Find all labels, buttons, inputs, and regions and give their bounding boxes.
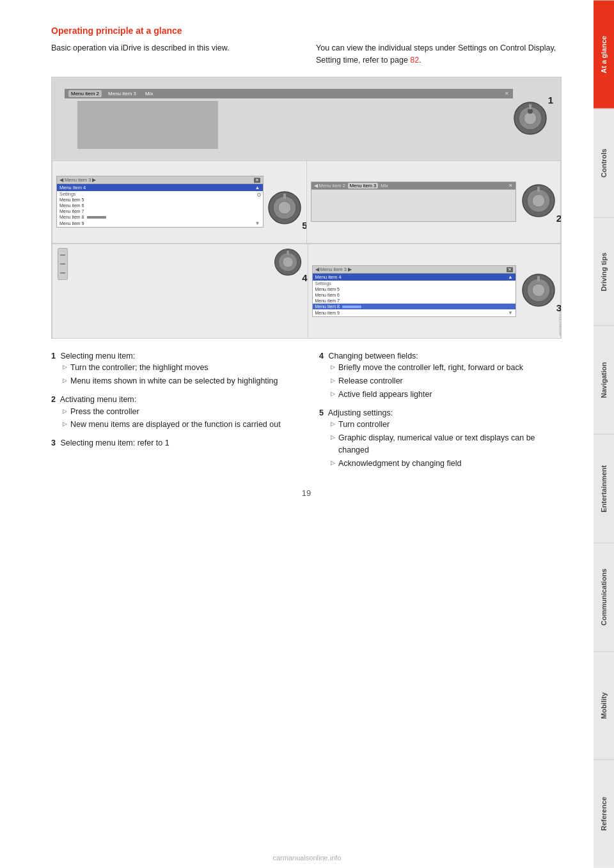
display-screen — [77, 101, 218, 149]
instruction-num-4: 4 — [319, 352, 324, 360]
diagram-cell-bottom-left: 4 — [52, 244, 308, 339]
instruction-num-1: 1 — [51, 352, 56, 360]
instruction-1: 1 Selecting menu item: Turn the controll… — [51, 350, 294, 387]
bottom-right-menu: ◀ Menu item 3 ▶ ✕ Menu item 4 ▲ Settings… — [312, 265, 517, 317]
instruction-1-bullet-2: Menu items shown in white can be selecte… — [63, 375, 294, 387]
instruction-5-bullet-3: Acknowledgment by changing field — [331, 458, 562, 470]
diagram-top-row: Menu item 2 Menu item 3 Mix ✕ 1 — [52, 77, 561, 160]
instruction-2-bullets: Press the controller New menu items are … — [63, 406, 294, 431]
page-number: 19 — [51, 488, 562, 498]
controller-knob-4 — [274, 248, 303, 277]
controller-knob-2 — [521, 183, 556, 219]
instruction-2-bullet-1: Press the controller — [63, 406, 294, 418]
main-content: Operating principle at a glance Basic op… — [0, 0, 594, 523]
instruction-3: 3 Selecting menu item: refer to 1 — [51, 437, 294, 449]
left-menu-display: ◀ Menu item 3 ▶ ✕ Menu item 4 ▲ Settings… — [56, 176, 264, 228]
top-menu-bar: Menu item 2 Menu item 3 Mix ✕ — [65, 89, 513, 98]
menu-tab-item3: Menu item 3 — [106, 90, 139, 97]
sidebar-tab-reference[interactable]: Reference — [594, 759, 614, 868]
sidebar-tab-controls[interactable]: Controls — [594, 109, 614, 217]
sidebar-tab-driving-tips[interactable]: Driving tips — [594, 217, 614, 326]
controller-knob-3 — [521, 273, 556, 308]
bottom-left-menu-area: 4 — [58, 248, 303, 280]
instruction-5-bullet-2: Graphic display, numerical value or text… — [331, 432, 562, 456]
watermark: carmanualsonline.info — [272, 854, 341, 862]
svg-point-3 — [528, 109, 533, 114]
instruction-4: 4 Changing between fields: Briefly move … — [319, 350, 562, 401]
menu-tab-mix: Mix — [143, 90, 155, 97]
right-menu-display: ◀ Menu item 2 Menu item 3 Mix ✕ — [311, 182, 517, 222]
knob-area-3: 3 — [521, 273, 556, 310]
svg-point-11 — [532, 194, 545, 207]
instruction-4-bullet-1: Briefly move the controller left, right,… — [331, 362, 562, 374]
diagram-cell-right-mid: ◀ Menu item 2 Menu item 3 Mix ✕ 2 — [306, 160, 562, 244]
sidebar-tabs: At a glance Controls Driving tips Naviga… — [594, 0, 614, 868]
instruction-1-bullets: Turn the controller; the highlight moves… — [63, 362, 294, 387]
intro-right: You can view the individual steps under … — [316, 42, 562, 66]
diagram-container: Menu item 2 Menu item 3 Mix ✕ 1 — [51, 77, 562, 339]
instruction-1-bullet-1: Turn the controller; the highlight moves — [63, 362, 294, 374]
instructions-right: 4 Changing between fields: Briefly move … — [319, 350, 562, 476]
intro-left: Basic operation via iDrive is described … — [51, 42, 297, 66]
svg-rect-12 — [537, 187, 540, 192]
svg-point-7 — [278, 201, 291, 214]
scroll-indicator — [58, 248, 68, 280]
instructions-left: 1 Selecting menu item: Turn the controll… — [51, 350, 294, 476]
instruction-title-5: Adjusting settings: — [328, 408, 393, 417]
svg-point-19 — [532, 284, 545, 297]
image-id: V31216E0/A — [558, 310, 562, 335]
controller-knob-5 — [267, 190, 303, 226]
instruction-title-2: Activating menu item: — [60, 395, 137, 404]
close-icon: ✕ — [505, 91, 509, 97]
sidebar-tab-navigation[interactable]: Navigation — [594, 325, 614, 434]
diagram-cell-left-mid: ◀ Menu item 3 ▶ ✕ Menu item 4 ▲ Settings… — [52, 160, 306, 244]
sidebar-tab-at-a-glance[interactable]: At a glance — [594, 0, 614, 109]
sidebar-tab-communications[interactable]: Communications — [594, 543, 614, 651]
instruction-5: 5 Adjusting settings: Turn controller Gr… — [319, 407, 562, 470]
instructions: 1 Selecting menu item: Turn the controll… — [51, 350, 562, 476]
section-title: Operating principle at a glance — [51, 26, 562, 36]
diagram-middle-row: ◀ Menu item 3 ▶ ✕ Menu item 4 ▲ Settings… — [52, 160, 561, 244]
diagram-cell-bottom-right: ◀ Menu item 3 ▶ ✕ Menu item 4 ▲ Settings… — [308, 244, 562, 339]
instruction-5-bullet-1: Turn controller — [331, 419, 562, 431]
instruction-4-bullet-3: Active field appears lighter — [331, 389, 562, 401]
svg-rect-8 — [283, 194, 286, 199]
svg-rect-16 — [287, 251, 288, 255]
svg-point-15 — [282, 256, 292, 267]
instruction-title-3: Selecting menu item: refer to 1 — [60, 438, 169, 447]
instruction-num-5: 5 — [319, 408, 324, 417]
instruction-4-bullets: Briefly move the controller left, right,… — [331, 362, 562, 400]
instruction-5-bullets: Turn controller Graphic display, numeric… — [331, 419, 562, 469]
controller-knob-1 — [513, 101, 548, 136]
instruction-num-3: 3 — [51, 438, 56, 447]
svg-rect-20 — [537, 276, 540, 281]
knob-area-2: 2 — [521, 183, 556, 221]
bottom-left-display — [70, 248, 271, 280]
diagram-top-menu-area: Menu item 2 Menu item 3 Mix ✕ — [65, 89, 513, 149]
knob-area-1: 1 — [513, 101, 548, 136]
instruction-4-bullet-2: Release controller — [331, 375, 562, 387]
page-link[interactable]: 82 — [410, 56, 419, 65]
sidebar-tab-mobility[interactable]: Mobility — [594, 651, 614, 760]
instruction-num-2: 2 — [51, 395, 56, 404]
instruction-title-4: Changing between fields: — [328, 352, 418, 360]
sidebar-tab-entertainment[interactable]: Entertainment — [594, 434, 614, 543]
diagram-bottom-row: 4 ◀ Menu item 3 ▶ ✕ — [52, 244, 561, 339]
knob-area-4: 4 — [274, 248, 303, 280]
menu-tab-item2: Menu item 2 — [68, 90, 102, 97]
instruction-2-bullet-2: New menu items are displayed or the func… — [63, 419, 294, 431]
instruction-title-1: Selecting menu item: — [60, 352, 135, 360]
instruction-2: 2 Activating menu item: Press the contro… — [51, 394, 294, 431]
knob-area-5: 5 — [267, 190, 303, 228]
intro-columns: Basic operation via iDrive is described … — [51, 42, 562, 66]
svg-rect-4 — [529, 104, 531, 109]
